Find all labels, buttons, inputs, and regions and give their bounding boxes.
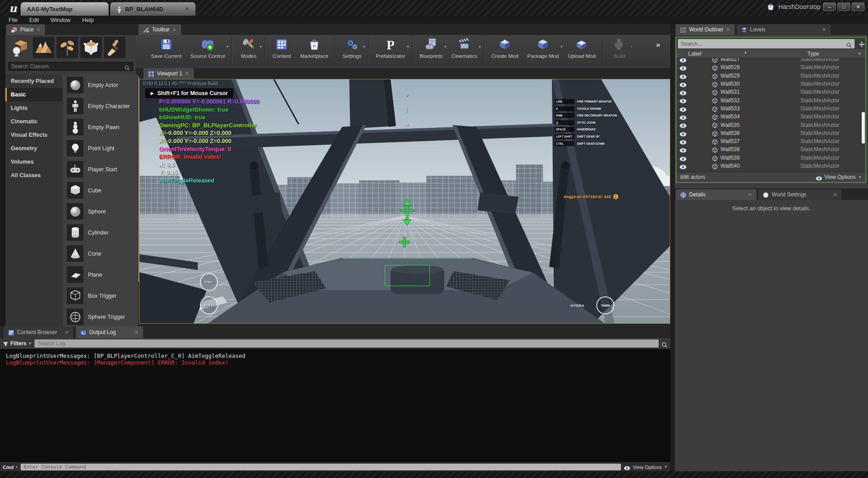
tab-world-outliner[interactable]: World Outliner ✕ bbox=[676, 24, 735, 35]
console-command-input[interactable] bbox=[23, 464, 618, 470]
visibility-eye-icon[interactable] bbox=[679, 147, 687, 152]
visibility-eye-icon[interactable] bbox=[679, 58, 687, 62]
outliner-row[interactable]: Wall529 StaticMeshActor bbox=[677, 72, 865, 80]
viewport-3d[interactable]: 0:HD 0.13.0.1-#0-??? Prototype Build ▶ S… bbox=[139, 79, 670, 324]
outliner-row[interactable]: Wall531 StaticMeshActor bbox=[677, 88, 865, 96]
toolbar-button[interactable]: ▼ Package Mod bbox=[523, 35, 563, 66]
chevron-down-icon[interactable]: ▼ bbox=[362, 45, 366, 49]
mode-tab[interactable] bbox=[9, 37, 30, 58]
output-log-area[interactable]: LogBlueprintUserMessages: [BP_BLPlayerCo… bbox=[0, 349, 670, 462]
visibility-eye-icon[interactable] bbox=[679, 98, 687, 103]
visibility-eye-icon[interactable] bbox=[679, 73, 687, 78]
outliner-row[interactable]: Wall539 StaticMeshActor bbox=[677, 154, 865, 162]
visibility-eye-icon[interactable] bbox=[679, 114, 687, 119]
tab-output-log[interactable]: Output Log ✕ bbox=[76, 326, 143, 338]
menu-item[interactable]: Window bbox=[51, 17, 70, 23]
outliner-scrollbar[interactable] bbox=[862, 112, 865, 143]
sort-ascending-icon[interactable]: ▲ bbox=[744, 50, 747, 54]
close-icon[interactable]: ✕ bbox=[726, 27, 730, 33]
place-item[interactable]: Box Trigger bbox=[63, 285, 138, 306]
close-icon[interactable]: ✕ bbox=[185, 71, 189, 77]
outliner-search-box[interactable] bbox=[678, 39, 855, 48]
toolbar-button[interactable]: ▼ Create Mod bbox=[487, 35, 523, 66]
toolbar-overflow-chevron[interactable]: » bbox=[656, 40, 659, 49]
marketplace-bag-icon[interactable] bbox=[767, 3, 775, 11]
toolbar-button[interactable]: ▼ Modes bbox=[234, 35, 262, 66]
tab-toolbar[interactable]: Toolbar ✕ bbox=[139, 24, 181, 35]
place-category[interactable]: All Classes bbox=[5, 169, 63, 182]
column-filter-icon[interactable]: ▼ bbox=[858, 52, 862, 56]
close-icon[interactable]: ✕ bbox=[172, 27, 176, 33]
chevron-down-icon[interactable]: ▼ bbox=[560, 45, 564, 49]
place-item[interactable]: Sphere bbox=[63, 201, 138, 222]
close-icon[interactable]: ✕ bbox=[748, 192, 752, 198]
tab-viewport1[interactable]: Viewport 1 ✕ bbox=[143, 68, 194, 79]
chevron-down-icon[interactable]: ▼ bbox=[226, 45, 230, 49]
place-category[interactable]: Recently Placed bbox=[5, 74, 63, 88]
place-category[interactable]: Geometry bbox=[5, 142, 63, 155]
close-icon[interactable]: ✕ bbox=[65, 330, 69, 335]
visibility-eye-icon[interactable] bbox=[679, 155, 687, 160]
tab-place[interactable]: Place ✕ bbox=[6, 24, 45, 35]
visibility-eye-icon[interactable] bbox=[679, 164, 687, 169]
place-category[interactable]: Basic bbox=[5, 88, 63, 101]
menu-item[interactable]: Help bbox=[82, 17, 94, 23]
chevron-down-icon[interactable]: ▼ bbox=[406, 45, 410, 49]
toolbar-button[interactable]: ▼ Build bbox=[605, 35, 633, 66]
close-icon[interactable]: ✕ bbox=[833, 192, 837, 198]
close-icon[interactable]: ✕ bbox=[185, 6, 189, 12]
minimize-button[interactable]: – bbox=[823, 3, 836, 11]
toolbar-button[interactable]: u ▼ Marketplace bbox=[295, 35, 333, 66]
toolbar-button[interactable]: ▼ Upload Mod bbox=[563, 35, 600, 66]
chevron-down-icon[interactable]: ▼ bbox=[478, 45, 482, 49]
visibility-eye-icon[interactable] bbox=[679, 90, 687, 95]
place-category[interactable]: Visual Effects bbox=[5, 128, 63, 142]
filters-button[interactable]: Filters ▼ bbox=[3, 340, 32, 347]
outliner-row[interactable]: Wall537 StaticMeshActor bbox=[677, 137, 865, 145]
place-item[interactable]: Cylinder bbox=[63, 222, 138, 243]
panel-splitter[interactable] bbox=[670, 24, 675, 478]
visibility-eye-icon[interactable] bbox=[679, 122, 687, 127]
outliner-row[interactable]: Wall534 StaticMeshActor bbox=[677, 113, 865, 121]
visibility-eye-icon[interactable] bbox=[679, 82, 687, 87]
toolbar-button[interactable]: ▼ Settings bbox=[338, 35, 366, 66]
close-icon[interactable]: ✕ bbox=[135, 330, 139, 335]
outliner-row[interactable]: Wall530 StaticMeshActor bbox=[677, 80, 865, 88]
outliner-row[interactable]: Wall528 StaticMeshActor bbox=[677, 63, 865, 71]
toolbar-button[interactable]: ▼ Content bbox=[268, 35, 295, 66]
outliner-row[interactable]: Wall533 StaticMeshActor bbox=[677, 104, 865, 113]
place-category[interactable]: Cinematic bbox=[5, 115, 63, 128]
place-item[interactable]: Sphere Trigger bbox=[63, 306, 138, 326]
mode-tab[interactable] bbox=[56, 37, 78, 58]
outliner-row[interactable]: Wall536 StaticMeshActor bbox=[677, 129, 865, 137]
outliner-row[interactable]: Wall535 StaticMeshActor bbox=[677, 121, 865, 129]
mode-tab[interactable] bbox=[80, 37, 102, 58]
toolbar-button[interactable]: ▼ Source Control bbox=[186, 35, 230, 66]
maximize-button[interactable]: □ bbox=[838, 3, 850, 11]
chevron-down-icon[interactable]: ▼ bbox=[443, 45, 447, 49]
log-view-options-button[interactable]: View Options ▼ bbox=[624, 465, 668, 470]
place-item[interactable]: Cone bbox=[63, 243, 138, 264]
toolbar-button[interactable]: ▼ Cinematics bbox=[447, 35, 482, 66]
visibility-eye-icon[interactable] bbox=[679, 106, 687, 111]
visibility-eye-icon[interactable] bbox=[679, 139, 687, 144]
menu-item[interactable]: Edit bbox=[29, 17, 39, 23]
tab-details[interactable]: i Details ✕ bbox=[676, 189, 756, 200]
menu-item[interactable]: File bbox=[9, 17, 17, 23]
place-category[interactable]: Lights bbox=[5, 101, 63, 115]
search-classes-box[interactable] bbox=[8, 62, 133, 71]
console-command-box[interactable] bbox=[21, 464, 621, 470]
toolbar-button[interactable]: P ▼ Prefabricator bbox=[371, 35, 410, 66]
chevron-down-icon[interactable]: ▼ bbox=[259, 45, 263, 49]
column-label[interactable]: Label bbox=[688, 51, 701, 57]
place-item[interactable]: Point Light bbox=[63, 138, 138, 159]
column-type[interactable]: Type bbox=[807, 51, 819, 57]
tab-world-settings[interactable]: World Settings ✕ bbox=[758, 189, 842, 200]
outliner-search-input[interactable] bbox=[681, 41, 846, 47]
close-button[interactable]: ✕ bbox=[852, 3, 864, 11]
mode-tab[interactable] bbox=[104, 37, 126, 58]
visibility-eye-icon[interactable] bbox=[679, 65, 687, 70]
search-log-input[interactable] bbox=[38, 340, 655, 347]
place-item[interactable]: Empty Actor bbox=[63, 74, 138, 96]
outliner-row[interactable]: Wall527 StaticMeshActor bbox=[677, 58, 865, 63]
